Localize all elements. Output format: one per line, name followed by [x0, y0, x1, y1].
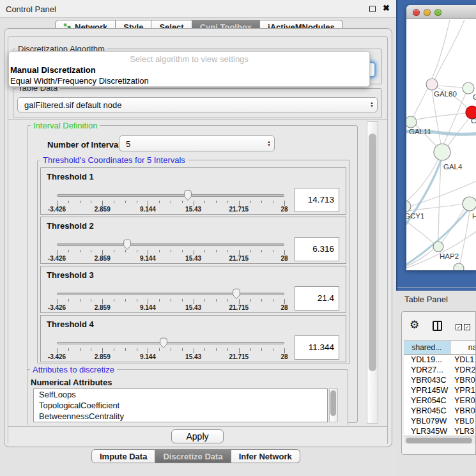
- close-traffic-light-icon[interactable]: [413, 9, 420, 16]
- attributes-scrollbar-thumb[interactable]: [330, 390, 336, 416]
- slider-thumb[interactable]: [122, 238, 132, 250]
- cell-shared-name: YDL19...: [404, 355, 452, 365]
- table-row[interactable]: YDL19...YDL1: [404, 355, 476, 365]
- split-columns-icon[interactable]: [433, 321, 442, 331]
- slider-track[interactable]: [57, 293, 284, 295]
- table-data-combobox-value: galFiltered.sif default node: [24, 100, 121, 110]
- table-row[interactable]: YER054CYER0: [404, 396, 476, 406]
- node-label: HAP2: [440, 252, 459, 260]
- slider-track[interactable]: [57, 243, 284, 246]
- table-panel: ⚙ ✓ ✓ shared... na YDL19...YDL1YDR27...Y…: [401, 311, 476, 455]
- checkbox-icon[interactable]: ✓: [456, 324, 462, 330]
- cell-name: YBL0: [452, 417, 476, 427]
- threshold-value-field[interactable]: 11.344: [295, 335, 339, 360]
- table-row[interactable]: YBL079WYBL0: [404, 417, 476, 427]
- table-row[interactable]: YDR27...YDR2: [404, 365, 476, 376]
- minimize-traffic-light-icon[interactable]: [424, 9, 431, 16]
- tab-label: Infer Network: [239, 452, 292, 461]
- column-header-name[interactable]: na: [450, 341, 476, 354]
- table-row[interactable]: YBR045CYBR0: [404, 406, 476, 417]
- cell-name: YDR2: [452, 365, 476, 376]
- cell-name: YLR3: [452, 427, 476, 435]
- tab-infer-network[interactable]: Infer Network: [231, 449, 300, 463]
- node-label: GAL80: [434, 90, 457, 98]
- interval-definition-label: Interval Definition: [31, 121, 100, 130]
- slider-thumb[interactable]: [183, 189, 193, 201]
- table-row[interactable]: YBR043CYBR0: [404, 376, 476, 386]
- combo-stepper-icon: ▲▼: [370, 102, 374, 108]
- table-panel-title: Table Panel: [404, 295, 448, 304]
- table-hscrollbar[interactable]: [404, 436, 476, 444]
- number-of-intervals-spinner[interactable]: 5 ▲▼: [119, 135, 275, 151]
- network-node[interactable]: [454, 263, 464, 270]
- panel-scrollbar[interactable]: [367, 121, 378, 424]
- threshold-label: Threshold 1: [47, 172, 94, 181]
- threshold-value-field[interactable]: 14.713: [295, 188, 339, 212]
- attribute-list-item[interactable]: TopologicalCoefficient: [34, 400, 327, 411]
- cell-shared-name: YPR145W: [404, 386, 452, 396]
- tab-impute-data[interactable]: Impute Data: [91, 449, 155, 463]
- control-panel-titlebar: Control Panel ✖: [0, 0, 396, 18]
- thresholds-group-label: Threshold's Coordinates for 5 Intervals: [40, 155, 188, 165]
- zoom-traffic-light-icon[interactable]: [434, 9, 441, 16]
- section-divider: [8, 119, 387, 119]
- node-label: GAL4: [443, 163, 463, 171]
- network-canvas[interactable]: GAL80GACGAL11GAL4GCY1HHAP2: [406, 20, 476, 270]
- slider-track[interactable]: [57, 342, 284, 344]
- network-node[interactable]: [406, 116, 417, 128]
- cell-name: YER0: [452, 396, 476, 406]
- table-data-combobox[interactable]: galFiltered.sif default node ▲▼: [17, 97, 378, 112]
- panel-scrollbar-thumb[interactable]: [369, 134, 376, 371]
- threshold-panel-3: Threshold 3-3.4262.8599.14415.4321.71528…: [40, 266, 346, 313]
- network-window-titlebar[interactable]: [406, 5, 476, 19]
- threshold-panel-4: Threshold 4-3.4262.8599.14415.4321.71528…: [40, 315, 346, 362]
- cell-shared-name: YBR045C: [404, 406, 452, 417]
- dropdown-hint-item[interactable]: Select algorithm to view settings: [9, 52, 369, 65]
- threshold-value-field[interactable]: 6.316: [295, 237, 339, 261]
- attribute-list-item[interactable]: BetweennessCentrality: [34, 411, 327, 422]
- panel-title: Control Panel: [6, 4, 56, 14]
- cell-name: YPR1: [452, 386, 476, 396]
- network-node[interactable]: [433, 242, 443, 252]
- screen: Control Panel ✖ NetworkStyleSelectCyni T…: [0, 0, 476, 476]
- attribute-list-item[interactable]: SelfLoops: [34, 389, 327, 400]
- numerical-attributes-list[interactable]: SelfLoopsTopologicalCoefficientBetweenne…: [33, 388, 328, 422]
- float-window-icon[interactable]: [369, 6, 376, 12]
- network-node[interactable]: [463, 197, 476, 211]
- threshold-panel-2: Threshold 2-3.4262.8599.14415.4321.71528…: [40, 217, 346, 264]
- apply-button[interactable]: Apply: [171, 429, 224, 443]
- gear-icon[interactable]: ⚙: [410, 318, 419, 332]
- table-toolbar: ⚙ ✓ ✓: [402, 312, 475, 340]
- network-node[interactable]: [434, 144, 450, 160]
- close-icon[interactable]: ✖: [383, 3, 390, 13]
- slider-tick-labels: -3.4262.8599.14415.4321.71528: [57, 255, 284, 263]
- table-row[interactable]: YLR345WYLR3: [404, 427, 476, 435]
- slider-track[interactable]: [57, 194, 284, 197]
- table-row[interactable]: YPR145WYPR1: [404, 386, 476, 396]
- number-of-intervals-label: Number of Intervals: [47, 140, 125, 150]
- node-label: GAL11: [409, 128, 431, 135]
- network-node[interactable]: [463, 82, 474, 94]
- cell-shared-name: YDR27...: [404, 365, 452, 376]
- threshold-value-field[interactable]: 21.4: [295, 286, 339, 311]
- table-hscrollbar-thumb[interactable]: [406, 438, 472, 443]
- cell-shared-name: YBR043C: [404, 376, 452, 386]
- checkbox-icon[interactable]: ✓: [464, 324, 470, 330]
- table-header-row: shared... na: [404, 341, 476, 355]
- control-panel: Control Panel ✖ NetworkStyleSelectCyni T…: [0, 0, 396, 476]
- dropdown-item-manual-discretization[interactable]: Manual Discretization: [9, 65, 369, 75]
- apply-strip: Apply: [8, 426, 387, 445]
- network-window[interactable]: GAL80GACGAL11GAL4GCY1HHAP2: [406, 5, 476, 270]
- network-node[interactable]: [426, 79, 438, 90]
- threshold-panel-1: Threshold 1-3.4262.8599.14415.4321.71528…: [40, 167, 346, 215]
- tab-discretize-data[interactable]: Discretize Data: [155, 449, 231, 463]
- cell-shared-name: YLR345W: [404, 427, 452, 435]
- dropdown-item-equal-width-frequency-discretization[interactable]: Equal Width/Frequency Discretization: [9, 75, 369, 86]
- attributes-scrollbar[interactable]: [329, 388, 338, 422]
- slider-tick-labels: -3.4262.8599.14415.4321.71528: [57, 206, 284, 213]
- numerical-attributes-header: Numerical Attributes: [31, 378, 112, 387]
- slider-tick-labels: -3.4262.8599.14415.4321.71528: [57, 353, 284, 361]
- column-header-shared-name[interactable]: shared...: [404, 341, 450, 354]
- slider-thumb[interactable]: [231, 288, 242, 300]
- slider-thumb[interactable]: [158, 337, 169, 349]
